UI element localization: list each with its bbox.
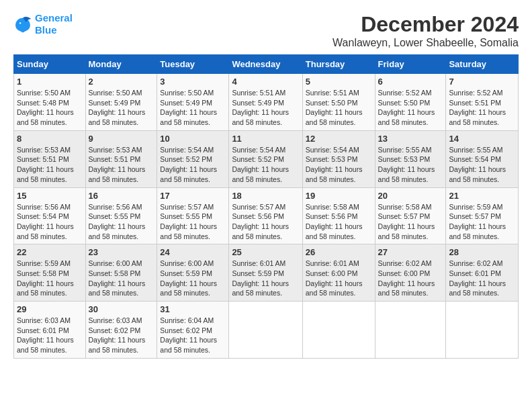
day-number: 1 xyxy=(17,77,83,87)
daylight-label: Daylight: 11 hours xyxy=(17,336,74,344)
sunset-label: Sunset: 6:00 PM xyxy=(306,269,358,277)
calendar-week-2: 8 Sunrise: 5:53 AM Sunset: 5:51 PM Dayli… xyxy=(14,130,519,187)
calendar-cell: 9 Sunrise: 5:53 AM Sunset: 5:51 PM Dayli… xyxy=(85,130,157,187)
sunset-label: Sunset: 5:51 PM xyxy=(17,155,69,163)
calendar-cell: 25 Sunrise: 6:01 AM Sunset: 5:59 PM Dayl… xyxy=(229,244,302,302)
sunrise-label: Sunrise: 5:59 AM xyxy=(449,203,502,211)
sunset-label: Sunset: 6:01 PM xyxy=(449,269,501,277)
calendar-cell: 28 Sunrise: 6:02 AM Sunset: 6:01 PM Dayl… xyxy=(446,244,519,302)
sunset-label: Sunset: 5:52 PM xyxy=(232,155,284,163)
day-number: 20 xyxy=(378,191,443,201)
day-detail: Sunrise: 6:03 AM Sunset: 6:02 PM Dayligh… xyxy=(89,316,154,355)
daylight-label: Daylight: 11 hours xyxy=(232,279,289,287)
day-number: 28 xyxy=(449,247,515,257)
day-detail: Sunrise: 5:55 AM Sunset: 5:54 PM Dayligh… xyxy=(449,145,515,185)
calendar-cell: 20 Sunrise: 5:58 AM Sunset: 5:57 PM Dayl… xyxy=(375,187,446,244)
daylight-label: Daylight: 11 hours xyxy=(17,222,74,230)
col-tuesday: Tuesday xyxy=(157,55,229,74)
day-number: 27 xyxy=(378,247,443,257)
calendar-cell: 31 Sunrise: 6:04 AM Sunset: 6:02 PM Dayl… xyxy=(157,302,229,359)
calendar-cell: 17 Sunrise: 5:57 AM Sunset: 5:55 PM Dayl… xyxy=(157,187,229,244)
daylight-label: Daylight: 11 hours xyxy=(306,108,363,116)
calendar-week-1: 1 Sunrise: 5:50 AM Sunset: 5:48 PM Dayli… xyxy=(14,74,519,131)
sunset-label: Sunset: 5:59 PM xyxy=(232,269,284,277)
day-number: 11 xyxy=(232,134,299,144)
sunrise-label: Sunrise: 5:55 AM xyxy=(378,146,432,154)
sunrise-label: Sunrise: 5:57 AM xyxy=(160,203,214,211)
calendar-cell: 8 Sunrise: 5:53 AM Sunset: 5:51 PM Dayli… xyxy=(14,130,86,187)
sunset-label: Sunset: 5:48 PM xyxy=(17,99,69,107)
sunrise-label: Sunrise: 6:00 AM xyxy=(160,259,214,267)
daylight-minutes: and 58 minutes. xyxy=(306,289,356,297)
daylight-minutes: and 58 minutes. xyxy=(160,175,210,183)
daylight-minutes: and 58 minutes. xyxy=(449,118,499,126)
daylight-label: Daylight: 11 hours xyxy=(160,165,217,173)
logo-blue: Blue xyxy=(35,24,73,36)
daylight-minutes: and 58 minutes. xyxy=(89,289,139,297)
calendar-cell: 26 Sunrise: 6:01 AM Sunset: 6:00 PM Dayl… xyxy=(302,244,375,302)
sunset-label: Sunset: 5:51 PM xyxy=(449,99,501,107)
daylight-label: Daylight: 11 hours xyxy=(378,165,435,173)
day-number: 30 xyxy=(89,304,154,314)
logo: General Blue xyxy=(13,12,73,36)
daylight-label: Daylight: 11 hours xyxy=(306,165,363,173)
daylight-label: Daylight: 11 hours xyxy=(17,108,74,116)
sunset-label: Sunset: 6:02 PM xyxy=(89,326,141,334)
daylight-minutes: and 58 minutes. xyxy=(378,118,429,126)
day-number: 24 xyxy=(160,247,226,257)
day-number: 7 xyxy=(449,77,515,87)
sunrise-label: Sunrise: 5:52 AM xyxy=(378,89,432,97)
logo-text: General Blue xyxy=(35,12,73,36)
calendar-cell: 15 Sunrise: 5:56 AM Sunset: 5:54 PM Dayl… xyxy=(14,187,86,244)
daylight-label: Daylight: 11 hours xyxy=(232,165,289,173)
calendar-cell: 13 Sunrise: 5:55 AM Sunset: 5:53 PM Dayl… xyxy=(375,130,446,187)
day-number: 12 xyxy=(306,134,372,144)
day-detail: Sunrise: 5:53 AM Sunset: 5:51 PM Dayligh… xyxy=(89,145,154,185)
day-detail: Sunrise: 6:03 AM Sunset: 6:01 PM Dayligh… xyxy=(17,316,83,355)
day-detail: Sunrise: 6:00 AM Sunset: 5:58 PM Dayligh… xyxy=(89,259,154,298)
sunrise-label: Sunrise: 5:50 AM xyxy=(17,89,71,97)
sunrise-label: Sunrise: 6:03 AM xyxy=(89,316,142,324)
day-detail: Sunrise: 5:54 AM Sunset: 5:52 PM Dayligh… xyxy=(232,145,299,185)
calendar-cell: 12 Sunrise: 5:54 AM Sunset: 5:53 PM Dayl… xyxy=(302,130,375,187)
calendar-cell: 27 Sunrise: 6:02 AM Sunset: 6:00 PM Dayl… xyxy=(375,244,446,302)
daylight-minutes: and 58 minutes. xyxy=(232,118,282,126)
day-detail: Sunrise: 5:54 AM Sunset: 5:53 PM Dayligh… xyxy=(306,145,372,185)
sunset-label: Sunset: 5:58 PM xyxy=(17,269,69,277)
sunset-label: Sunset: 5:52 PM xyxy=(160,155,212,163)
daylight-minutes: and 58 minutes. xyxy=(89,346,139,354)
day-number: 29 xyxy=(17,304,83,314)
day-detail: Sunrise: 5:59 AM Sunset: 5:58 PM Dayligh… xyxy=(17,259,83,298)
sunrise-label: Sunrise: 6:03 AM xyxy=(17,316,71,324)
day-detail: Sunrise: 5:58 AM Sunset: 5:57 PM Dayligh… xyxy=(378,202,443,242)
calendar-cell: 22 Sunrise: 5:59 AM Sunset: 5:58 PM Dayl… xyxy=(14,244,86,302)
sunset-label: Sunset: 6:01 PM xyxy=(17,326,69,334)
day-number: 6 xyxy=(378,77,443,87)
daylight-label: Daylight: 11 hours xyxy=(89,222,146,230)
day-number: 5 xyxy=(306,77,372,87)
daylight-minutes: and 58 minutes. xyxy=(160,232,210,240)
day-detail: Sunrise: 5:58 AM Sunset: 5:56 PM Dayligh… xyxy=(306,202,372,242)
sunrise-label: Sunrise: 5:54 AM xyxy=(306,146,359,154)
day-number: 22 xyxy=(17,247,83,257)
day-number: 31 xyxy=(160,304,226,314)
day-detail: Sunrise: 5:55 AM Sunset: 5:53 PM Dayligh… xyxy=(378,145,443,185)
sunrise-label: Sunrise: 5:50 AM xyxy=(160,89,214,97)
sunset-label: Sunset: 5:57 PM xyxy=(378,212,431,220)
day-detail: Sunrise: 5:56 AM Sunset: 5:54 PM Dayligh… xyxy=(17,202,83,242)
sunset-label: Sunset: 5:51 PM xyxy=(89,155,141,163)
sunset-label: Sunset: 6:00 PM xyxy=(378,269,431,277)
day-detail: Sunrise: 5:57 AM Sunset: 5:56 PM Dayligh… xyxy=(232,202,299,242)
sunrise-label: Sunrise: 5:52 AM xyxy=(449,89,502,97)
daylight-label: Daylight: 11 hours xyxy=(17,279,74,287)
calendar-cell: 1 Sunrise: 5:50 AM Sunset: 5:48 PM Dayli… xyxy=(14,74,86,131)
calendar-cell: 30 Sunrise: 6:03 AM Sunset: 6:02 PM Dayl… xyxy=(85,302,157,359)
calendar-cell: 21 Sunrise: 5:59 AM Sunset: 5:57 PM Dayl… xyxy=(446,187,519,244)
daylight-label: Daylight: 11 hours xyxy=(449,108,506,116)
daylight-minutes: and 58 minutes. xyxy=(449,289,499,297)
sunset-label: Sunset: 5:55 PM xyxy=(89,212,141,220)
daylight-label: Daylight: 11 hours xyxy=(89,108,146,116)
calendar-week-5: 29 Sunrise: 6:03 AM Sunset: 6:01 PM Dayl… xyxy=(14,302,519,359)
daylight-minutes: and 58 minutes. xyxy=(378,232,429,240)
daylight-label: Daylight: 11 hours xyxy=(160,222,217,230)
